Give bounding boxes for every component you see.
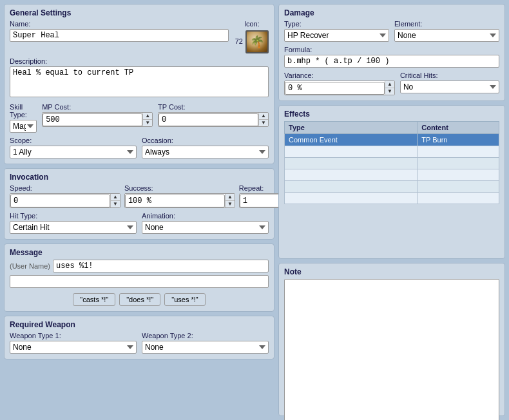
message-line2-input[interactable]: [10, 275, 269, 288]
occasion-label: Occasion:: [142, 137, 269, 144]
icon-image: [247, 32, 267, 52]
variance-down[interactable]: ▼: [385, 88, 394, 95]
effects-cell-content: [418, 181, 499, 193]
damage-type-label: Type:: [284, 20, 389, 28]
uses-button[interactable]: "uses *!": [164, 293, 205, 306]
effects-col-content: Content: [418, 122, 499, 134]
element-label: Element:: [394, 20, 499, 28]
damage-type-select[interactable]: HP Recover: [284, 29, 389, 42]
scope-label: Scope:: [10, 137, 137, 144]
tp-cost-input[interactable]: [158, 113, 258, 126]
description-label: Description:: [10, 57, 269, 65]
mp-cost-label: MP Cost:: [42, 103, 153, 111]
critical-select[interactable]: No Yes: [400, 81, 499, 93]
effects-row[interactable]: [285, 181, 499, 193]
damage-section: Damage Type: HP Recover Element: None Fo…: [278, 4, 505, 101]
invocation-section: Invocation Speed: ▲ ▼ Success:: [4, 168, 274, 240]
note-section: Note: [278, 263, 505, 417]
general-settings-title: General Settings: [10, 8, 269, 17]
tp-cost-down[interactable]: ▼: [259, 119, 268, 126]
effects-row[interactable]: [285, 169, 499, 181]
effects-cell-content: [418, 146, 499, 158]
weapon1-label: Weapon Type 1:: [10, 332, 137, 339]
success-down[interactable]: ▼: [226, 200, 235, 207]
effects-cell-type: [285, 169, 418, 181]
mp-cost-spinner[interactable]: ▲ ▼: [42, 112, 153, 127]
required-weapon-title: Required Weapon: [10, 320, 269, 329]
name-input[interactable]: [10, 29, 229, 42]
name-label: Name:: [10, 20, 229, 28]
effects-cell-content: [418, 158, 499, 169]
icon-preview[interactable]: [245, 30, 269, 53]
message-title: Message: [10, 248, 269, 257]
effects-row[interactable]: [285, 158, 499, 169]
effects-cell-type: [285, 181, 418, 193]
effects-col-type: Type: [285, 122, 418, 134]
icon-number: 72: [235, 37, 243, 45]
weapon1-select[interactable]: None: [10, 341, 137, 354]
speed-input[interactable]: [10, 195, 110, 207]
effects-table: Type Content Common EventTP Burn: [284, 121, 499, 204]
effects-cell-content: TP Burn: [418, 134, 499, 146]
formula-input[interactable]: [284, 55, 499, 68]
effects-title: Effects: [284, 110, 499, 119]
general-settings-section: General Settings Name: Icon: 72: [4, 4, 274, 164]
variance-up[interactable]: ▲: [385, 81, 394, 88]
speed-down[interactable]: ▼: [111, 200, 120, 207]
variance-input[interactable]: [285, 82, 385, 95]
formula-label: Formula:: [284, 46, 499, 53]
invocation-title: Invocation: [10, 173, 269, 182]
success-up[interactable]: ▲: [226, 194, 235, 200]
effects-cell-type: Common Event: [285, 134, 418, 146]
success-spinner[interactable]: ▲ ▼: [124, 193, 235, 208]
casts-button[interactable]: "casts *!": [73, 293, 115, 306]
success-input[interactable]: [125, 195, 225, 207]
speed-spinner[interactable]: ▲ ▼: [10, 193, 120, 208]
message-section: Message (User Name) "casts *!" "does *!"…: [4, 243, 274, 312]
speed-up[interactable]: ▲: [111, 194, 120, 200]
tp-cost-label: TP Cost:: [158, 103, 269, 111]
effects-cell-content: [418, 169, 499, 181]
effects-row[interactable]: [285, 146, 499, 158]
effects-row[interactable]: [285, 193, 499, 204]
weapon2-label: Weapon Type 2:: [142, 332, 269, 339]
success-label: Success:: [124, 184, 235, 192]
animation-label: Animation:: [142, 212, 269, 220]
animation-select[interactable]: None: [142, 221, 269, 234]
mp-cost-down[interactable]: ▼: [143, 119, 152, 126]
damage-title: Damage: [284, 8, 499, 17]
critical-label: Critical Hits:: [400, 72, 499, 79]
effects-cell-type: [285, 158, 418, 169]
variance-spinner[interactable]: ▲ ▼: [284, 81, 395, 95]
effects-cell-type: [285, 193, 418, 204]
user-name-label: (User Name): [10, 262, 50, 270]
tp-cost-up[interactable]: ▲: [259, 113, 268, 119]
element-select[interactable]: None: [394, 29, 499, 42]
effects-cell-content: [418, 193, 499, 204]
required-weapon-section: Required Weapon Weapon Type 1: None Weap…: [4, 316, 274, 359]
effects-row[interactable]: Common EventTP Burn: [285, 134, 499, 146]
effects-cell-type: [285, 146, 418, 158]
variance-label: Variance:: [284, 72, 395, 79]
description-input[interactable]: [10, 66, 269, 97]
skill-type-select[interactable]: Magic: [10, 120, 37, 133]
occasion-select[interactable]: Always: [142, 146, 269, 158]
message-line1-input[interactable]: [53, 260, 269, 272]
mp-cost-input[interactable]: [43, 113, 142, 126]
icon-label: Icon:: [244, 20, 260, 28]
mp-cost-up[interactable]: ▲: [143, 113, 152, 119]
skill-type-label: Skill Type:: [10, 103, 37, 119]
note-input[interactable]: [284, 279, 499, 421]
hit-type-select[interactable]: Certain Hit: [10, 221, 137, 234]
speed-label: Speed:: [10, 184, 120, 192]
hit-type-label: Hit Type:: [10, 212, 137, 220]
note-title: Note: [284, 267, 499, 276]
effects-section: Effects Type Content Common EventTP Burn: [278, 105, 505, 259]
weapon2-select[interactable]: None: [142, 341, 269, 354]
tp-cost-spinner[interactable]: ▲ ▼: [158, 112, 269, 127]
scope-select[interactable]: 1 Ally: [10, 146, 137, 158]
does-button[interactable]: "does *!": [119, 293, 160, 306]
